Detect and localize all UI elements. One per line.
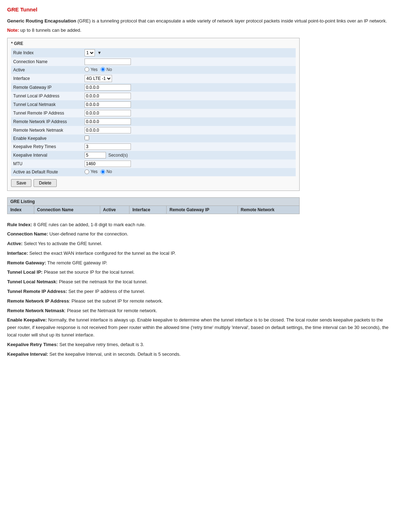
term-remote-network-netmask: Remote Network Netmask bbox=[7, 308, 64, 313]
active-yes-label[interactable]: Yes bbox=[85, 67, 98, 72]
desc-tunnel-local-ip: Tunnel Local IP: Please set the source I… bbox=[7, 269, 390, 276]
value-interface: 4G LTE -1 bbox=[82, 74, 296, 83]
form-buttons: Save Delete bbox=[11, 179, 296, 187]
value-keepalive-retry bbox=[82, 142, 296, 151]
listing-header-row: Index Connection Name Active Interface R… bbox=[7, 206, 299, 214]
delete-button[interactable]: Delete bbox=[34, 179, 57, 187]
rule-index-select[interactable]: 1 bbox=[85, 49, 95, 56]
label-keepalive-interval: Keepalive Interval bbox=[11, 151, 82, 159]
label-connection-name: Connection Name bbox=[11, 57, 82, 66]
term-remote-gateway: Remote Gateway: bbox=[7, 260, 46, 265]
connection-name-input[interactable] bbox=[85, 59, 131, 65]
desc-keepalive-interval: Keepalive Interval: Set the keepalive In… bbox=[7, 351, 390, 358]
field-keepalive-interval: Keepalive Interval Second(s) bbox=[11, 151, 296, 159]
term-interface: Interface: bbox=[7, 250, 28, 256]
save-button[interactable]: Save bbox=[11, 179, 31, 187]
desc-keepalive-retry: Keepalive Retry Times: Set the keepalive… bbox=[7, 341, 390, 349]
label-mtu: MTU bbox=[11, 159, 82, 168]
active-radio-group: Yes No bbox=[85, 67, 112, 72]
field-interface: Interface 4G LTE -1 bbox=[11, 74, 296, 83]
field-enable-keepalive: Enable Keepalive bbox=[11, 135, 296, 142]
keepalive-interval-suffix: Second(s) bbox=[108, 153, 128, 158]
desc-rule-index: Rule Index: 8 GRE rules can be added, 1-… bbox=[7, 221, 390, 229]
col-interface: Interface bbox=[129, 206, 167, 214]
intro-text: (GRE) is a tunneling protocol that can e… bbox=[76, 18, 387, 24]
desc-tunnel-local-netmask: Tunnel Local Netmask: Please set the net… bbox=[7, 278, 390, 286]
col-remote-gateway-ip: Remote Gateway IP bbox=[167, 206, 238, 214]
label-tunnel-local-ip: Tunnel Local IP Address bbox=[11, 92, 82, 100]
value-tunnel-local-ip bbox=[82, 92, 296, 100]
value-keepalive-interval: Second(s) bbox=[82, 151, 296, 159]
active-no-label[interactable]: No bbox=[101, 67, 112, 72]
remote-gateway-ip-input[interactable] bbox=[85, 84, 131, 91]
mtu-input[interactable] bbox=[85, 161, 131, 167]
field-mtu: MTU bbox=[11, 159, 296, 168]
desc-keepalive: Enable Keepalive: Normally, the tunnel i… bbox=[7, 316, 390, 339]
value-remote-network-ip bbox=[82, 117, 296, 126]
desc-remote-network-ip: Remote Network IP Address: Please set th… bbox=[7, 298, 390, 305]
label-active-default-route: Active as Default Route bbox=[11, 168, 82, 176]
label-tunnel-local-netmask: Tunnel Local Netmask bbox=[11, 100, 82, 109]
field-active: Active Yes No bbox=[11, 66, 296, 74]
default-route-yes-radio[interactable] bbox=[85, 169, 89, 174]
value-connection-name bbox=[82, 57, 296, 66]
desc-tunnel-remote-ip: Tunnel Remote IP Address: Set the peer I… bbox=[7, 288, 390, 295]
desc-active: Active: Select Yes to activate the GRE t… bbox=[7, 240, 390, 248]
active-no-radio[interactable] bbox=[101, 67, 105, 72]
gre-listing-box: GRE Listing Index Connection Name Active… bbox=[7, 197, 300, 214]
field-keepalive-retry: Keepalive Retry Times bbox=[11, 142, 296, 151]
col-connection-name: Connection Name bbox=[34, 206, 100, 214]
term-rule-index: Rule Index: bbox=[7, 222, 32, 227]
descriptions-section: Rule Index: 8 GRE rules can be added, 1-… bbox=[7, 221, 390, 358]
desc-remote-network-netmask: Remote Network Netmask: Please set the N… bbox=[7, 307, 390, 315]
col-index: Index bbox=[7, 206, 34, 214]
term-keepalive: Enable Keepalive: bbox=[7, 317, 47, 323]
active-yes-radio[interactable] bbox=[85, 67, 89, 72]
label-active: Active bbox=[11, 66, 82, 74]
value-tunnel-remote-ip bbox=[82, 109, 296, 117]
term-tunnel-local-netmask: Tunnel Local Netmask: bbox=[7, 279, 57, 284]
enable-keepalive-checkbox[interactable] bbox=[85, 136, 89, 140]
default-route-yes-label[interactable]: Yes bbox=[85, 169, 98, 174]
intro-paragraph: Generic Routing Encapsulation (GRE) is a… bbox=[7, 17, 390, 25]
listing-title: GRE Listing bbox=[7, 198, 299, 206]
gre-form-box: * GRE Rule Index 1 ▼ Connection Name bbox=[7, 38, 300, 191]
default-route-no-label[interactable]: No bbox=[101, 169, 112, 174]
keepalive-interval-input[interactable] bbox=[85, 152, 106, 158]
desc-connection-name: Connection Name: User-defined name for t… bbox=[7, 230, 390, 238]
field-tunnel-remote-ip: Tunnel Remote IP Address bbox=[11, 109, 296, 117]
term-remote-network-ip: Remote Network IP Address bbox=[7, 298, 69, 304]
desc-interface: Interface: Select the exact WAN interfac… bbox=[7, 250, 390, 257]
value-active-default-route: Yes No bbox=[82, 168, 296, 176]
listing-table: Index Connection Name Active Interface R… bbox=[7, 206, 299, 214]
value-remote-gateway-ip bbox=[82, 83, 296, 92]
term-tunnel-remote-ip: Tunnel Remote IP Address: bbox=[7, 289, 67, 294]
gre-box-title: * GRE bbox=[11, 41, 296, 46]
term-active: Active: bbox=[7, 241, 22, 246]
field-remote-network-ip: Remote Network IP Address bbox=[11, 117, 296, 126]
value-active: Yes No bbox=[82, 66, 296, 74]
keepalive-retry-input[interactable] bbox=[85, 143, 131, 150]
label-tunnel-remote-ip: Tunnel Remote IP Address bbox=[11, 109, 82, 117]
desc-remote-gateway: Remote Gateway: The remote GRE gateway I… bbox=[7, 259, 390, 267]
interface-select[interactable]: 4G LTE -1 bbox=[85, 75, 112, 82]
tunnel-remote-ip-input[interactable] bbox=[85, 110, 131, 116]
field-tunnel-local-netmask: Tunnel Local Netmask bbox=[11, 100, 296, 109]
default-route-no-radio[interactable] bbox=[101, 169, 105, 174]
value-tunnel-local-netmask bbox=[82, 100, 296, 109]
tunnel-local-ip-input[interactable] bbox=[85, 93, 131, 99]
tunnel-local-netmask-input[interactable] bbox=[85, 101, 131, 108]
intro-bold: Generic Routing Encapsulation bbox=[7, 18, 76, 24]
term-keepalive-retry: Keepalive Retry Times: bbox=[7, 342, 58, 347]
label-remote-gateway-ip: Remote Gateway IP bbox=[11, 83, 82, 92]
label-keepalive-retry: Keepalive Retry Times bbox=[11, 142, 82, 151]
label-remote-network-netmask: Remote Network Netmask bbox=[11, 126, 82, 135]
col-remote-network: Remote Network bbox=[238, 206, 299, 214]
remote-network-ip-input[interactable] bbox=[85, 118, 131, 125]
remote-network-netmask-input[interactable] bbox=[85, 127, 131, 133]
label-rule-index: Rule Index bbox=[11, 48, 82, 57]
field-remote-network-netmask: Remote Network Netmask bbox=[11, 126, 296, 135]
field-connection-name: Connection Name bbox=[11, 57, 296, 66]
label-remote-network-ip: Remote Network IP Address bbox=[11, 117, 82, 126]
field-active-default-route: Active as Default Route Yes No bbox=[11, 168, 296, 176]
